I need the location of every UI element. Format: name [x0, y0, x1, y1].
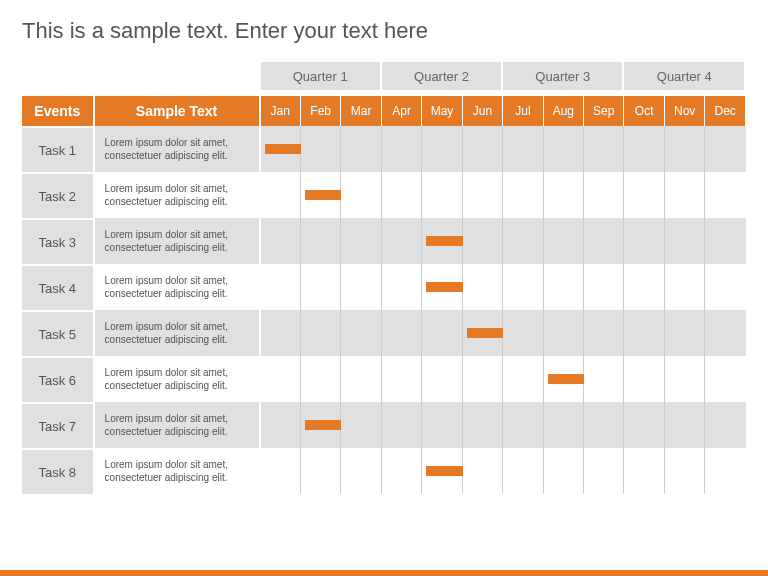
header-blank	[22, 62, 261, 90]
task-description: Lorem ipsum dolor sit amet, consectetuer…	[95, 172, 261, 218]
quarter-label: Quarter 3	[503, 62, 624, 90]
gantt-cell	[422, 172, 462, 218]
task-description: Lorem ipsum dolor sit amet, consectetuer…	[95, 264, 261, 310]
month-label: May	[422, 96, 462, 126]
quarter-label: Quarter 2	[382, 62, 503, 90]
gantt-cell	[584, 310, 624, 356]
task-row: Task 2Lorem ipsum dolor sit amet, consec…	[22, 172, 746, 218]
gantt-cell	[503, 402, 543, 448]
gantt-cell	[705, 172, 746, 218]
footer-accent-bar	[0, 570, 768, 576]
gantt-cell	[341, 218, 381, 264]
gantt-cell	[382, 172, 422, 218]
gantt-cell	[584, 356, 624, 402]
gantt-cell	[422, 402, 462, 448]
gantt-cell	[503, 264, 543, 310]
gantt-cell	[463, 218, 503, 264]
month-label: Mar	[341, 96, 381, 126]
task-description: Lorem ipsum dolor sit amet, consectetuer…	[95, 218, 261, 264]
gantt-cell	[463, 310, 503, 356]
month-label: Jun	[463, 96, 503, 126]
gantt-cell	[382, 264, 422, 310]
gantt-cell	[463, 356, 503, 402]
task-row: Task 6Lorem ipsum dolor sit amet, consec…	[22, 356, 746, 402]
sample-header: Sample Text	[95, 96, 261, 126]
gantt-cell	[624, 264, 664, 310]
gantt-cell	[341, 356, 381, 402]
month-label: Jul	[503, 96, 543, 126]
task-row: Task 3Lorem ipsum dolor sit amet, consec…	[22, 218, 746, 264]
gantt-cell	[624, 218, 664, 264]
gantt-cell	[503, 218, 543, 264]
task-description: Lorem ipsum dolor sit amet, consectetuer…	[95, 126, 261, 172]
gantt-cell	[301, 172, 341, 218]
task-name: Task 1	[22, 126, 95, 172]
gantt-cell	[705, 356, 746, 402]
gantt-cell	[544, 264, 584, 310]
gantt-cell	[584, 218, 624, 264]
quarter-label: Quarter 1	[261, 62, 382, 90]
gantt-cell	[503, 126, 543, 172]
gantt-cell	[544, 402, 584, 448]
gantt-cell	[382, 356, 422, 402]
gantt-cell	[261, 218, 301, 264]
task-row: Task 4Lorem ipsum dolor sit amet, consec…	[22, 264, 746, 310]
gantt-cell	[584, 172, 624, 218]
gantt-cell	[544, 218, 584, 264]
events-header: Events	[22, 96, 95, 126]
gantt-cell	[544, 448, 584, 494]
gantt-cell	[422, 218, 462, 264]
task-name: Task 4	[22, 264, 95, 310]
gantt-cell	[503, 356, 543, 402]
gantt-cell	[624, 126, 664, 172]
gantt-cell	[341, 126, 381, 172]
gantt-cell	[422, 126, 462, 172]
gantt-cell	[584, 402, 624, 448]
gantt-cell	[261, 264, 301, 310]
task-row: Task 5Lorem ipsum dolor sit amet, consec…	[22, 310, 746, 356]
gantt-cell	[341, 264, 381, 310]
gantt-cell	[624, 448, 664, 494]
gantt-cell	[705, 402, 746, 448]
gantt-cell	[301, 448, 341, 494]
gantt-cell	[341, 310, 381, 356]
gantt-slide: This is a sample text. Enter your text h…	[0, 0, 768, 576]
task-name: Task 3	[22, 218, 95, 264]
gantt-cell	[261, 310, 301, 356]
gantt-cell	[261, 356, 301, 402]
gantt-cell	[463, 402, 503, 448]
task-name: Task 6	[22, 356, 95, 402]
gantt-cell	[665, 402, 705, 448]
gantt-cell	[503, 448, 543, 494]
gantt-cell	[382, 448, 422, 494]
gantt-cell	[261, 402, 301, 448]
month-label: Apr	[382, 96, 422, 126]
gantt-cell	[301, 264, 341, 310]
gantt-cell	[665, 218, 705, 264]
gantt-cell	[422, 310, 462, 356]
gantt-cell	[463, 172, 503, 218]
gantt-cell	[422, 264, 462, 310]
gantt-cell	[705, 126, 746, 172]
gantt-cell	[503, 172, 543, 218]
quarter-header-row: Quarter 1 Quarter 2 Quarter 3 Quarter 4	[22, 62, 746, 90]
task-description: Lorem ipsum dolor sit amet, consectetuer…	[95, 448, 261, 494]
gantt-cell	[665, 448, 705, 494]
gantt-cell	[503, 310, 543, 356]
month-label: Sep	[584, 96, 624, 126]
gantt-cell	[544, 356, 584, 402]
gantt-cell	[665, 310, 705, 356]
gantt-cell	[584, 448, 624, 494]
gantt-cell	[584, 126, 624, 172]
gantt-cell	[665, 356, 705, 402]
gantt-cell	[301, 126, 341, 172]
month-label: Dec	[705, 96, 746, 126]
gantt-cell	[665, 172, 705, 218]
task-name: Task 2	[22, 172, 95, 218]
task-name: Task 8	[22, 448, 95, 494]
month-header-row: Events Sample Text Jan Feb Mar Apr May J…	[22, 96, 746, 126]
gantt-cell	[665, 264, 705, 310]
task-description: Lorem ipsum dolor sit amet, consectetuer…	[95, 402, 261, 448]
gantt-cell	[341, 402, 381, 448]
gantt-cell	[341, 448, 381, 494]
